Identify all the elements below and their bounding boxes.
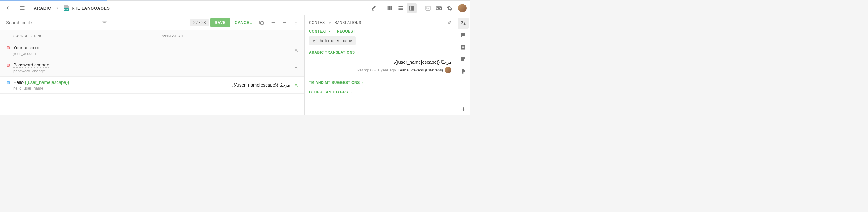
rail-file-info-icon[interactable]: i — [458, 66, 469, 77]
status-dot-translated — [7, 81, 10, 84]
breadcrumb-file[interactable]: RTL LANGUAGES — [71, 6, 110, 10]
filter-icon[interactable] — [102, 20, 107, 25]
table-row[interactable]: Your account your_account — [0, 42, 304, 59]
auto-translate-icon[interactable] — [293, 83, 299, 87]
side-translation-value: مرحبًا {{user_name|escape}}، — [309, 59, 452, 65]
source-key: your_account — [13, 51, 157, 56]
search-input[interactable] — [4, 18, 100, 27]
svg-rect-8 — [391, 6, 392, 10]
svg-point-37 — [313, 40, 315, 42]
time-label: a year ago — [377, 68, 396, 72]
svg-marker-36 — [330, 31, 330, 32]
tab-context[interactable]: CONTEXT — [309, 29, 331, 33]
csv-file-icon: CSV — [64, 5, 70, 11]
source-key: hello_user_name — [13, 86, 157, 90]
status-dot-untranslated — [7, 64, 10, 67]
section-other-languages[interactable]: OTHER LANGUAGES — [309, 90, 452, 94]
svg-rect-42 — [462, 46, 464, 47]
svg-rect-6 — [388, 6, 389, 10]
auto-translate-icon[interactable] — [293, 65, 299, 70]
placeholder-token: {{user_name|escape}} — [25, 80, 69, 85]
table-row[interactable]: Hello {{user_name|escape}}, hello_user_n… — [0, 77, 304, 94]
rail-bookmark-icon[interactable] — [458, 54, 469, 65]
row-counter: 27 • 28 — [190, 19, 209, 26]
source-string: Your account — [13, 45, 157, 50]
rail-add-icon[interactable] — [458, 104, 469, 115]
keyboard-icon[interactable] — [434, 3, 444, 13]
auto-translate-icon[interactable] — [293, 48, 299, 53]
svg-marker-40 — [350, 92, 351, 93]
edit-icon[interactable] — [369, 3, 378, 13]
svg-rect-10 — [399, 7, 403, 8]
svg-marker-38 — [357, 52, 359, 53]
section-tm-suggestions[interactable]: TM AND MT SUGGESTIONS — [309, 81, 452, 85]
svg-rect-26 — [261, 22, 264, 24]
source-key: password_change — [13, 69, 157, 73]
svg-text:CSV: CSV — [64, 9, 68, 10]
rating-label: Rating: 0 — [357, 68, 373, 72]
back-icon[interactable] — [4, 3, 13, 13]
svg-rect-17 — [436, 7, 441, 10]
svg-point-20 — [439, 7, 439, 7]
svg-rect-7 — [390, 6, 391, 10]
svg-point-30 — [296, 21, 297, 22]
side-panel-title: CONTEXT & TRANSLATIONS — [309, 21, 361, 25]
svg-rect-14 — [412, 6, 414, 10]
tab-request[interactable]: REQUEST — [337, 29, 355, 33]
svg-rect-11 — [399, 9, 403, 10]
author-avatar[interactable] — [445, 67, 452, 73]
menu-icon[interactable] — [18, 3, 27, 13]
more-icon[interactable] — [291, 18, 301, 27]
terminal-icon[interactable] — [423, 3, 433, 13]
copy-icon[interactable] — [257, 18, 267, 27]
rows-view-icon[interactable] — [396, 3, 406, 13]
rail-comments-icon[interactable] — [458, 30, 469, 41]
add-icon[interactable] — [268, 18, 278, 27]
save-button[interactable]: SAVE — [210, 18, 230, 27]
author-label: Leane Stevens (l.stevens) — [398, 68, 443, 72]
breadcrumb-lang[interactable]: ARABIC — [34, 6, 51, 10]
svg-marker-39 — [362, 82, 363, 84]
rail-translate-icon[interactable] — [458, 18, 469, 29]
translation-value[interactable]: مرحبًا {{user_name|escape}}، — [232, 82, 290, 88]
section-arabic-translations[interactable]: ARABIC TRANSLATIONS — [309, 50, 452, 55]
svg-point-21 — [440, 7, 441, 7]
breadcrumb: ARABIC CSV RTL LANGUAGES — [34, 5, 110, 11]
source-string: Hello {{user_name|escape}}, — [13, 80, 157, 85]
column-source-header: SOURCE STRING — [0, 34, 152, 38]
rail-glossary-icon[interactable] — [458, 42, 469, 53]
pin-icon[interactable] — [447, 20, 452, 25]
columns-view-icon[interactable] — [385, 3, 395, 13]
svg-rect-15 — [426, 6, 430, 10]
chevron-right-icon — [55, 6, 59, 10]
context-key-chip: hello_user_name — [309, 36, 355, 45]
remove-icon[interactable] — [280, 18, 289, 27]
table-row[interactable]: Password change password_change — [0, 59, 304, 77]
svg-point-32 — [296, 24, 297, 24]
svg-point-31 — [296, 22, 297, 23]
gear-icon[interactable] — [445, 3, 455, 13]
svg-rect-43 — [462, 47, 464, 48]
avatar[interactable] — [458, 4, 467, 12]
cancel-button[interactable]: CANCEL — [232, 18, 255, 27]
split-view-icon[interactable] — [407, 3, 416, 13]
status-dot-untranslated — [7, 47, 10, 50]
svg-point-18 — [437, 7, 438, 7]
source-string: Password change — [13, 62, 49, 67]
column-translation-header: TRANSLATION — [152, 34, 304, 38]
svg-rect-9 — [399, 6, 403, 7]
key-icon — [313, 38, 317, 43]
